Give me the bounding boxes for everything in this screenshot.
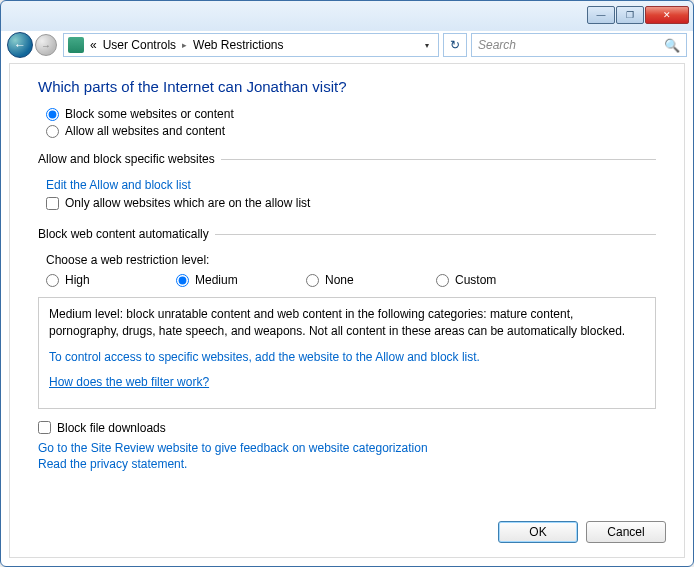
only-allow-checkbox[interactable] (46, 197, 59, 210)
radio-label: Custom (455, 273, 496, 287)
maximize-button[interactable]: ❐ (616, 6, 644, 24)
checkbox-label: Block file downloads (57, 421, 166, 435)
privacy-link[interactable]: Read the privacy statement. (38, 457, 187, 471)
option-block-some[interactable]: Block some websites or content (46, 107, 656, 121)
site-review-link[interactable]: Go to the Site Review website to give fe… (38, 441, 428, 455)
level-description: Medium level: block unratable content an… (49, 306, 645, 341)
close-button[interactable]: ✕ (645, 6, 689, 24)
block-downloads-row[interactable]: Block file downloads (38, 421, 656, 435)
level-none[interactable]: None (306, 273, 436, 287)
radio-medium[interactable] (176, 274, 189, 287)
search-icon: 🔍 (664, 38, 680, 53)
search-placeholder: Search (478, 38, 516, 52)
breadcrumb-item[interactable]: User Controls (103, 38, 176, 52)
search-input[interactable]: Search 🔍 (471, 33, 687, 57)
page-title: Which parts of the Internet can Jonathan… (38, 78, 656, 95)
radio-allow-all[interactable] (46, 125, 59, 138)
titlebar: — ❐ ✕ (1, 1, 693, 29)
group-legend: Block web content automatically (38, 227, 215, 241)
checkbox-label: Only allow websites which are on the all… (65, 196, 310, 210)
chevron-down-icon[interactable]: ▾ (420, 41, 434, 50)
only-allow-checkbox-row[interactable]: Only allow websites which are on the all… (46, 196, 656, 210)
radio-label: Block some websites or content (65, 107, 234, 121)
radio-custom[interactable] (436, 274, 449, 287)
refresh-button[interactable]: ↻ (443, 33, 467, 57)
edit-allow-block-link[interactable]: Edit the Allow and block list (46, 178, 191, 192)
group-specific-websites: Allow and block specific websites Edit t… (38, 152, 656, 213)
ok-button[interactable]: OK (498, 521, 578, 543)
content-pane: Which parts of the Internet can Jonathan… (9, 63, 685, 558)
shield-icon (68, 37, 84, 53)
level-custom[interactable]: Custom (436, 273, 566, 287)
window-frame: — ❐ ✕ ← → « User Controls ▸ Web Restrict… (0, 0, 694, 567)
level-high[interactable]: High (46, 273, 176, 287)
control-access-link[interactable]: To control access to specific websites, … (49, 350, 480, 364)
radio-block-some[interactable] (46, 108, 59, 121)
level-medium[interactable]: Medium (176, 273, 306, 287)
breadcrumb-overflow: « (90, 38, 97, 52)
how-filter-works-link[interactable]: How does the web filter work? (49, 375, 209, 389)
radio-label: None (325, 273, 354, 287)
level-description-box: Medium level: block unratable content an… (38, 297, 656, 409)
group-legend: Allow and block specific websites (38, 152, 221, 166)
option-allow-all[interactable]: Allow all websites and content (46, 124, 656, 138)
radio-label: Allow all websites and content (65, 124, 225, 138)
block-downloads-checkbox[interactable] (38, 421, 51, 434)
nav-bar: ← → « User Controls ▸ Web Restrictions ▾… (1, 29, 693, 61)
radio-high[interactable] (46, 274, 59, 287)
group-block-automatically: Block web content automatically Choose a… (38, 227, 656, 409)
radio-label: High (65, 273, 90, 287)
minimize-button[interactable]: — (587, 6, 615, 24)
breadcrumb[interactable]: « User Controls ▸ Web Restrictions ▾ (63, 33, 439, 57)
radio-label: Medium (195, 273, 238, 287)
choose-level-label: Choose a web restriction level: (46, 253, 656, 267)
radio-none[interactable] (306, 274, 319, 287)
breadcrumb-item[interactable]: Web Restrictions (193, 38, 283, 52)
chevron-right-icon: ▸ (182, 40, 187, 50)
cancel-button[interactable]: Cancel (586, 521, 666, 543)
back-button[interactable]: ← (7, 32, 33, 58)
forward-button[interactable]: → (35, 34, 57, 56)
